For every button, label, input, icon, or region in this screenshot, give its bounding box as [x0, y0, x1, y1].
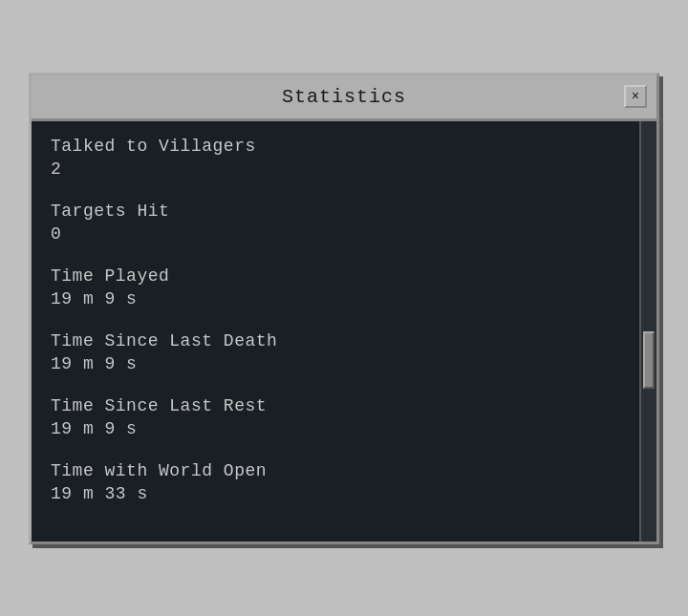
stat-label: Time Played	[51, 266, 620, 286]
stat-label: Talked to Villagers	[51, 137, 620, 156]
stat-value: 0	[51, 224, 620, 244]
stat-value: 2	[51, 159, 620, 179]
stats-list[interactable]: Talked to Villagers2Targets Hit0Time Pla…	[32, 121, 639, 542]
stat-item: Targets Hit0	[51, 202, 620, 244]
window-title: Statistics	[282, 86, 406, 108]
stat-value: 19 m 9 s	[51, 354, 620, 373]
stat-label: Time Since Last Death	[51, 331, 620, 350]
stat-value: 19 m 9 s	[51, 419, 620, 438]
stat-label: Time Since Last Rest	[51, 396, 620, 415]
stat-item: Time with World Open19 m 33 s	[51, 461, 620, 503]
stat-label: Targets Hit	[51, 202, 620, 221]
statistics-window: Statistics × Talked to Villagers2Targets…	[29, 73, 659, 544]
scrollbar-track[interactable]	[639, 121, 656, 542]
content-area: Talked to Villagers2Targets Hit0Time Pla…	[32, 121, 656, 542]
stat-label: Time with World Open	[51, 461, 620, 480]
stat-item: Time Since Last Death19 m 9 s	[51, 331, 620, 373]
scrollbar-thumb[interactable]	[643, 331, 655, 389]
stat-item: Talked to Villagers2	[51, 137, 620, 179]
stat-value: 19 m 33 s	[51, 484, 620, 503]
title-bar: Statistics ×	[32, 75, 656, 121]
stat-item: Time Since Last Rest19 m 9 s	[51, 396, 620, 438]
close-button[interactable]: ×	[624, 85, 647, 108]
stat-item: Time Played19 m 9 s	[51, 266, 620, 308]
stat-value: 19 m 9 s	[51, 289, 620, 308]
